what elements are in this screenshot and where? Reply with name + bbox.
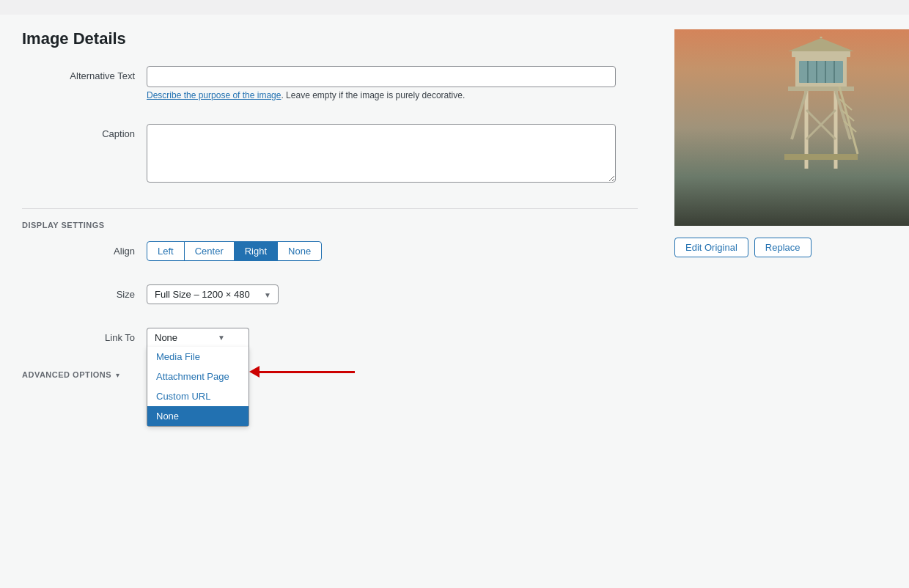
align-center-button[interactable]: Center xyxy=(184,241,235,261)
align-label: Align xyxy=(22,241,147,257)
caption-label: Caption xyxy=(22,124,147,139)
alt-text-label: Alternative Text xyxy=(22,66,147,81)
advanced-options-toggle[interactable]: ADVANCED OPTIONS ▾ xyxy=(22,370,638,379)
link-to-dropdown: Media File Attachment Page Custom URL No… xyxy=(147,347,249,427)
link-to-selected-value: None xyxy=(155,332,177,343)
size-select-wrapper: Thumbnail – 150 × 150 Medium – 300 × 120… xyxy=(147,284,279,304)
link-to-option-none[interactable]: None xyxy=(147,406,249,426)
image-preview xyxy=(674,29,909,226)
alt-text-help-link[interactable]: Describe the purpose of the image xyxy=(147,90,281,100)
size-label: Size xyxy=(22,284,147,300)
link-to-label: Link To xyxy=(22,328,147,343)
sidebar-button-row: Edit Original Replace xyxy=(674,238,812,257)
align-buttons-group: Left Center Right None xyxy=(147,241,616,261)
link-to-container: None ▼ Media File Attachment Page Custom… xyxy=(147,328,249,347)
align-left-button[interactable]: Left xyxy=(147,241,185,261)
link-to-option-media-file[interactable]: Media File xyxy=(147,347,249,367)
size-select[interactable]: Thumbnail – 150 × 150 Medium – 300 × 120… xyxy=(147,284,279,304)
svg-line-11 xyxy=(792,91,806,139)
link-to-chevron-icon: ▼ xyxy=(218,334,225,342)
link-to-option-custom-url[interactable]: Custom URL xyxy=(147,386,249,406)
edit-original-button[interactable]: Edit Original xyxy=(674,238,748,257)
caption-input[interactable] xyxy=(147,124,616,183)
svg-line-15 xyxy=(839,87,858,154)
link-to-select-display[interactable]: None ▼ xyxy=(147,328,249,347)
display-settings-header: DISPLAY SETTINGS xyxy=(22,208,638,229)
alt-text-input[interactable] xyxy=(147,66,616,87)
align-none-button[interactable]: None xyxy=(277,241,322,261)
image-preview-svg xyxy=(755,37,887,198)
advanced-options-chevron-icon: ▾ xyxy=(116,371,119,379)
svg-rect-5 xyxy=(799,61,843,83)
svg-rect-19 xyxy=(784,154,858,160)
alt-text-help: Describe the purpose of the image. Leave… xyxy=(147,90,616,100)
page-title: Image Details xyxy=(22,29,638,48)
svg-rect-2 xyxy=(792,51,850,57)
svg-rect-10 xyxy=(788,87,854,91)
link-to-option-attachment-page[interactable]: Attachment Page xyxy=(147,367,249,386)
svg-marker-3 xyxy=(788,38,854,51)
align-right-button[interactable]: Right xyxy=(234,241,278,261)
advanced-options-label: ADVANCED OPTIONS xyxy=(22,370,111,379)
alt-text-help-suffix: . Leave empty if the image is purely dec… xyxy=(281,90,465,100)
replace-button[interactable]: Replace xyxy=(754,238,812,257)
